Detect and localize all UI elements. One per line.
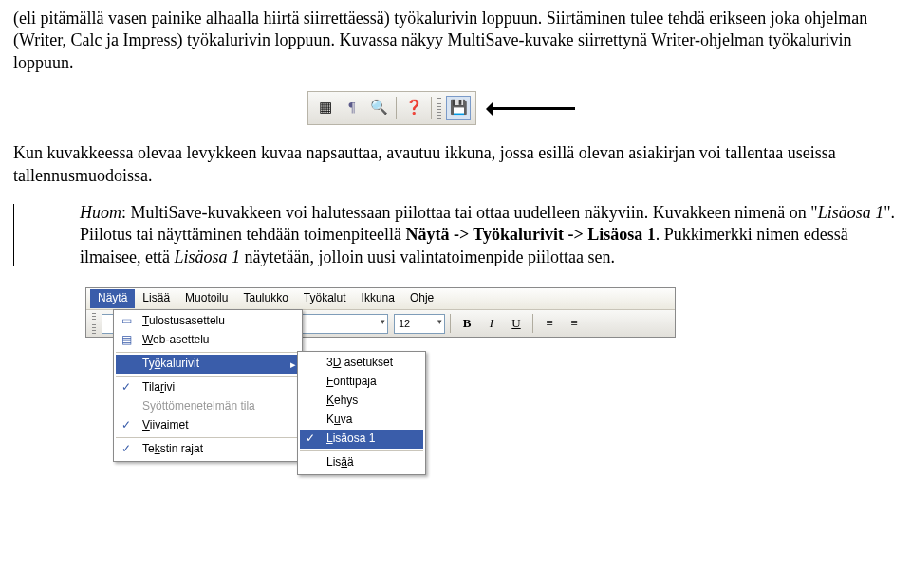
menu-item-label: Viivaimet (142, 418, 188, 433)
note-prefix: Huom (80, 203, 121, 222)
menu-icon-empty (116, 397, 137, 416)
openoffice-menu-screenshot: NäytäLisääMuotoiluTaulukkoTyökalutIkkuna… (85, 287, 676, 338)
menu-icon-empty (300, 373, 321, 392)
menu-item[interactable]: ✓Tilarivi (116, 378, 300, 397)
separator (431, 97, 432, 119)
note-block: Huom: MultiSave-kuvakkeen voi halutessaa… (13, 202, 898, 268)
menubar-item[interactable]: Taulukko (235, 289, 295, 308)
menu-icon: ▤ (116, 331, 137, 350)
toolbar-grip (92, 313, 96, 334)
menubar-item[interactable]: Työkalut (296, 289, 354, 308)
menu-icon: ▭ (116, 312, 137, 331)
check-icon: ✓ (116, 440, 137, 459)
menubar-item[interactable]: Lisää (135, 289, 177, 308)
menubar-item[interactable]: Ohje (402, 289, 441, 308)
paragraph-2: Kun kuvakkeessa olevaa levykkeen kuvaa n… (13, 142, 898, 187)
menu-item[interactable]: 3D asetukset (300, 354, 423, 373)
check-icon: ✓ (116, 416, 137, 435)
paragraph-1: (eli pitämällä vasen painike alhaalla hi… (13, 8, 898, 74)
menubar-item[interactable]: Näytä (90, 289, 135, 308)
menu-item-label: Tilarivi (142, 380, 175, 395)
menu-item[interactable]: ▭Tulostusasettelu (116, 312, 300, 331)
menu-item-label: Web-asettelu (142, 333, 209, 348)
bold-button[interactable]: B (456, 313, 478, 334)
menu-item[interactable]: ▤Web-asettelu (116, 331, 300, 350)
menu-item-label: Syöttömenetelmän tila (142, 399, 255, 414)
menu-item[interactable]: Kuva (300, 411, 423, 430)
menu-item-label: 3D asetukset (326, 356, 393, 371)
check-icon: ✓ (116, 378, 137, 397)
menu-item-label: Tulostusasettelu (142, 314, 225, 329)
fontsize-select[interactable]: 12 (394, 314, 445, 334)
separator (450, 314, 451, 333)
toolbars-submenu: 3D asetuksetFonttipajaKehysKuva✓Lisäosa … (297, 351, 426, 475)
italic-button[interactable]: I (480, 313, 503, 334)
menu-icon-empty (300, 354, 321, 373)
menu-item[interactable]: Kehys (300, 392, 423, 411)
menu-item[interactable]: ✓Lisäosa 1 (300, 430, 423, 449)
menu-item-label: Työkalurivit (142, 357, 199, 372)
help-icon: ❓ (401, 96, 426, 120)
menu-item-label: Tekstin rajat (142, 442, 203, 457)
view-menu: ▭Tulostusasettelu▤Web-asetteluTyökaluriv… (113, 309, 303, 462)
underline-button[interactable]: U (505, 313, 528, 334)
arrow-icon (490, 107, 575, 110)
menu-icon-empty (300, 411, 321, 430)
zoom-icon: 🔍 (366, 96, 391, 120)
toolbar-illustration: ▦ ¶ 🔍 ❓ 💾 (307, 91, 898, 125)
menu-icon-empty (300, 392, 321, 411)
check-icon: ✓ (300, 430, 321, 449)
separator (532, 314, 533, 333)
toolbar-grip (437, 98, 441, 119)
multisave-icon: 💾 (446, 96, 471, 120)
menubar-item[interactable]: Ikkuna (354, 289, 402, 308)
menu-item-label: Kehys (326, 394, 358, 409)
align-center-button[interactable]: ≡ (563, 313, 586, 334)
menu-item-label: Fonttipaja (326, 375, 377, 390)
menu-item: Syöttömenetelmän tila (116, 397, 300, 416)
menu-item[interactable]: Työkalurivit (116, 355, 300, 374)
paragraph-marks-icon: ¶ (340, 96, 364, 120)
separator (396, 97, 397, 119)
menu-item[interactable]: Lisää (300, 453, 423, 472)
menu-icon-empty (300, 453, 321, 472)
datasource-icon: ▦ (313, 96, 338, 120)
menubar: NäytäLisääMuotoiluTaulukkoTyökalutIkkuna… (86, 288, 675, 310)
menu-icon-empty (116, 355, 137, 374)
menu-item-label: Lisäosa 1 (326, 432, 375, 447)
menu-item[interactable]: ✓Viivaimet (116, 416, 300, 435)
note-text: Huom: MultiSave-kuvakkeen voi halutessaa… (80, 202, 898, 268)
menubar-item[interactable]: Muotoilu (177, 289, 235, 308)
menu-item[interactable]: ✓Tekstin rajat (116, 440, 300, 459)
align-left-button[interactable]: ≡ (538, 313, 561, 334)
menu-item[interactable]: Fonttipaja (300, 373, 423, 392)
menu-item-label: Kuva (326, 413, 352, 428)
menu-item-label: Lisää (326, 455, 354, 470)
writer-toolbar: ▦ ¶ 🔍 ❓ 💾 (307, 91, 476, 125)
